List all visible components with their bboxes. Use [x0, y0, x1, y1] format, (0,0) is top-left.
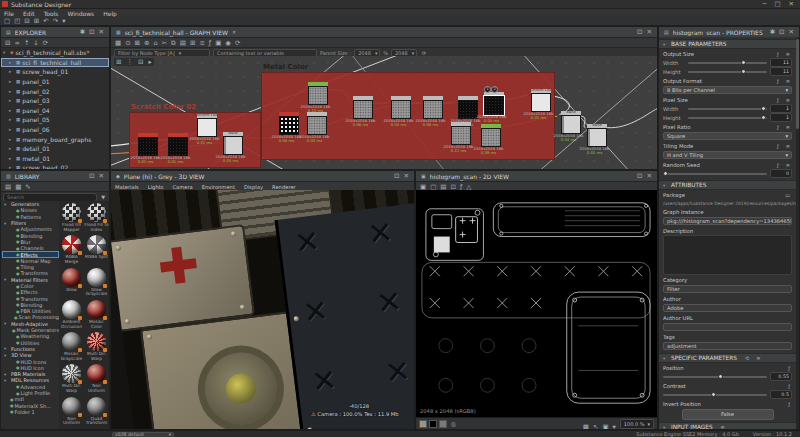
node-thumbnail[interactable]: [62, 332, 81, 351]
node-thumbnail[interactable]: [62, 203, 81, 222]
slider-track[interactable]: [663, 173, 767, 175]
close-icon[interactable]: ✕: [787, 28, 796, 36]
slider-handle[interactable]: [711, 392, 716, 397]
section-base-parameters[interactable]: ▾BASE PARAMETERS: [659, 39, 796, 49]
node-thumbnail[interactable]: [307, 116, 327, 135]
caret-down-icon[interactable]: ▾: [611, 423, 618, 430]
float-icon[interactable]: ⊡: [635, 28, 644, 36]
float-icon[interactable]: ⊡: [87, 172, 96, 180]
graph-node[interactable]: 2048x2048 16b0.03 ms12: [484, 92, 504, 123]
slider-height[interactable]: Height1: [659, 113, 796, 122]
home-icon[interactable]: ⌂: [152, 39, 160, 47]
refresh-icon[interactable]: ⟳: [233, 39, 242, 47]
graph-node[interactable]: 2048x2048 16b0.06 ms: [423, 96, 443, 127]
slider-track[interactable]: [663, 394, 767, 396]
library-node-rgba-split[interactable]: RGBA Split: [84, 235, 109, 266]
function-icon[interactable]: ƒ: [775, 142, 781, 150]
explorer-item-screw-head-02[interactable]: ▸▦screw_head_02: [1, 163, 109, 170]
menu-icon[interactable]: ≡: [784, 123, 792, 131]
view3d-menu-environment[interactable]: Environment: [198, 184, 239, 190]
tree-caret-icon[interactable]: ▸: [9, 146, 14, 151]
close-icon[interactable]: ✕: [787, 0, 796, 8]
tree-caret-icon[interactable]: ▸: [9, 89, 14, 94]
section-specific-parameters[interactable]: ▾SPECIFIC PARAMETERS⟲≡: [659, 353, 796, 363]
node-thumbnail[interactable]: [87, 397, 106, 416]
node-thumbnail[interactable]: [561, 115, 581, 134]
close-icon[interactable]: ✕: [645, 172, 654, 180]
new-file-icon[interactable]: ▢: [2, 17, 12, 25]
tree-caret-icon[interactable]: ▸: [9, 137, 14, 142]
graph-node[interactable]: 2048x2048 16b0.06 ms: [353, 96, 373, 127]
move-up-icon[interactable]: ↑: [22, 39, 31, 47]
graph-node[interactable]: 2048x2048 16b0.01 ms: [168, 133, 188, 164]
focus-icon[interactable]: ◉: [223, 39, 233, 47]
slider-handle[interactable]: [663, 171, 668, 176]
library-node-multi-dir-warp-grayscale[interactable]: Multi Dir. Warp Grayscale: [59, 364, 84, 395]
menu-edit[interactable]: Edit: [19, 10, 39, 17]
dropdown-caret-icon[interactable]: ▾: [60, 17, 67, 25]
tree-caret-icon[interactable]: ▸: [9, 60, 14, 65]
explorer-item-sci-fi-technical-hall[interactable]: ▸▦sci_fi_technical_hall: [1, 58, 109, 68]
node-thumbnail[interactable]: [197, 118, 217, 137]
tree-caret-icon[interactable]: ▾: [3, 50, 8, 55]
slider-handle[interactable]: [741, 60, 746, 65]
menu-icon[interactable]: ≡: [719, 423, 727, 429]
scene-state-dropdown[interactable]: v028 default▾: [112, 432, 174, 437]
text-field[interactable]: Filter: [663, 285, 792, 293]
node-thumbnail[interactable]: [223, 136, 243, 155]
library-node-mosaic-grayscale[interactable]: Mosaic Grayscale: [59, 332, 84, 363]
function-icon[interactable]: ƒ: [775, 50, 781, 58]
graph-node[interactable]: 2048x2048 16b0.04 ms: [391, 96, 411, 127]
node-thumbnail[interactable]: [62, 300, 81, 319]
graph-node-blend[interactable]: Blend2048x2048 16b0.03 ms: [223, 132, 243, 163]
save-icon[interactable]: ⊟: [22, 17, 31, 25]
library-node-ambient-occlusion[interactable]: Ambient Occlusion: [59, 300, 84, 331]
dropdown-square[interactable]: Square▾: [663, 132, 792, 140]
graph-tab-title[interactable]: sci_fi_technical_hall - GRAPH VIEW: [125, 29, 228, 36]
snap-icon[interactable]: ⊞: [114, 58, 123, 66]
slider-handle[interactable]: [741, 69, 746, 74]
layers-icon[interactable]: ▣: [600, 423, 610, 430]
menu-icon[interactable]: ≡: [784, 161, 792, 169]
grid-icon[interactable]: ▦: [581, 423, 591, 430]
invert-position-button[interactable]: False: [682, 409, 774, 420]
text-field[interactable]: Adobe: [663, 304, 792, 312]
menu-file[interactable]: File: [0, 10, 18, 17]
cut-icon[interactable]: ✂: [160, 39, 169, 47]
maximize-icon[interactable]: □: [772, 0, 782, 8]
view3d-tab-title[interactable]: Plane (hi) - Grey - 3D VIEW: [124, 173, 205, 180]
slider-value[interactable]: 11: [770, 58, 792, 67]
node-thumbnail[interactable]: [531, 93, 551, 112]
slider-handle[interactable]: [718, 374, 723, 379]
function-icon[interactable]: ƒ: [786, 364, 792, 372]
node-thumbnail[interactable]: [87, 332, 106, 351]
graph-node[interactable]: 2048x2048 16b0.15 ms: [308, 82, 328, 113]
node-thumbnail[interactable]: [308, 86, 328, 105]
delete-icon[interactable]: ⊠: [133, 39, 142, 47]
menu-help[interactable]: Help: [99, 10, 121, 17]
view2d-tab-title[interactable]: histogram_scan - 2D VIEW: [430, 173, 509, 180]
slider-value[interactable]: 11: [770, 67, 792, 76]
slider-height[interactable]: Height11: [659, 67, 796, 76]
graph-node-uniform-color[interactable]: Uniform Color2048x2048 16b0.01 ms: [197, 114, 217, 145]
explorer-item-screw-head-01[interactable]: ▸▦screw_head_01: [1, 67, 109, 77]
slider-track[interactable]: [688, 117, 767, 119]
menu-windows[interactable]: Windows: [63, 10, 98, 17]
slider-value[interactable]: 0.55: [770, 372, 792, 381]
close-icon[interactable]: ✕: [97, 172, 106, 180]
library-node-glow-grayscale[interactable]: Glow Grayscale: [84, 268, 109, 299]
search-icon[interactable]: ⊙: [123, 39, 132, 47]
slider-track[interactable]: [688, 71, 767, 73]
folder-icon[interactable]: ▭: [783, 191, 792, 199]
function-icon[interactable]: ƒ: [775, 123, 781, 131]
view3d-menu-camera[interactable]: Camera: [168, 184, 196, 190]
section-input-images[interactable]: ▾INPUT IMAGES≡: [659, 422, 796, 429]
list-view-icon[interactable]: ▤: [3, 183, 13, 191]
viewport-3d[interactable]: ✕✕ ✕✕ ✕✕ -40/128 ⚠ Camera : 100.0% Tex :…: [111, 190, 414, 429]
explorer-item-panel-01[interactable]: ▸▦panel_01: [1, 77, 109, 87]
slider-track[interactable]: [688, 108, 767, 110]
node-thumbnail[interactable]: [62, 364, 81, 383]
tree-caret-icon[interactable]: ▸: [9, 127, 14, 132]
close-icon[interactable]: ✕: [645, 28, 654, 36]
explorer-item-sci-fi-technical-hall-sbs-[interactable]: ▾◆sci_fi_technical_hall.sbs*: [1, 48, 109, 58]
